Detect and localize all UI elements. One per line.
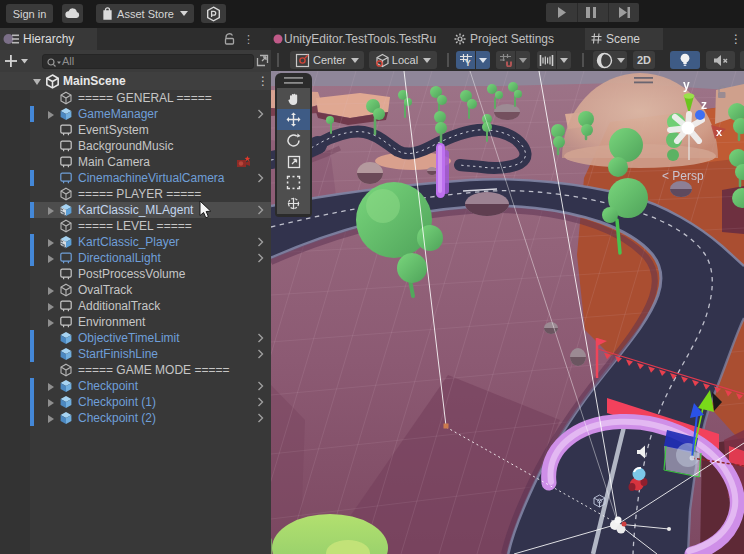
svg-text:< Persp: < Persp: [662, 169, 704, 183]
svg-text:Y: Y: [465, 58, 471, 67]
svg-text:y: y: [683, 78, 690, 92]
svg-text:x: x: [716, 126, 723, 138]
svg-text:z: z: [701, 98, 707, 112]
